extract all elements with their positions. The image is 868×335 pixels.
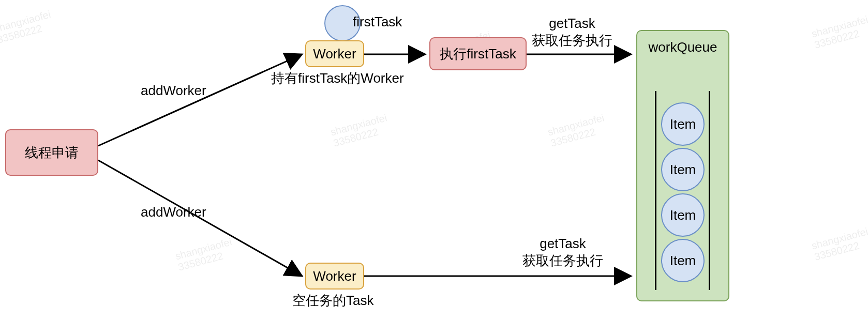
node-label: 执行firstTask (440, 45, 516, 63)
caption-worker-top: 持有firstTask的Worker (271, 69, 404, 87)
item-label: Item (670, 162, 696, 178)
diagram-canvas: shangxiaofei 33580222 shangxiaofei 33580… (0, 0, 868, 335)
queue-item: Item (661, 148, 705, 191)
node-worker-top: Worker (305, 40, 364, 67)
queue-item: Item (661, 193, 705, 237)
queue-item: Item (661, 239, 705, 282)
node-worker-bottom: Worker (305, 263, 364, 290)
work-queue-label: workQueue (649, 39, 717, 55)
node-label: 线程申请 (25, 144, 79, 162)
edge-label-get-task-bottom: getTask获取任务执行 (522, 236, 603, 270)
watermark: shangxiaofei 33580222 (329, 112, 391, 149)
item-label: Item (670, 116, 696, 132)
node-label: Worker (313, 268, 356, 284)
first-task-label: firstTask (353, 14, 402, 30)
caption-worker-bottom: 空任务的Task (292, 292, 373, 310)
node-label: Worker (313, 46, 356, 62)
svg-line-0 (98, 54, 302, 146)
edge-label-add-worker-top: addWorker (141, 83, 206, 99)
edge-label-get-task-top: getTask获取任务执行 (532, 16, 612, 50)
watermark: shangxiaofei 33580222 (174, 236, 236, 273)
watermark: shangxiaofei 33580222 (0, 8, 55, 45)
item-label: Item (670, 253, 696, 269)
node-thread-request: 线程申请 (5, 129, 98, 176)
watermark: shangxiaofei 33580222 (546, 112, 608, 149)
queue-rail-right (709, 91, 710, 290)
watermark: shangxiaofei 33580222 (810, 13, 868, 51)
queue-item: Item (661, 102, 705, 146)
queue-rail-left (655, 91, 656, 290)
edge-label-add-worker-bottom: addWorker (141, 204, 206, 220)
item-label: Item (670, 207, 696, 223)
watermark: shangxiaofei 33580222 (810, 225, 868, 263)
node-execute-first-task: 执行firstTask (429, 37, 527, 70)
